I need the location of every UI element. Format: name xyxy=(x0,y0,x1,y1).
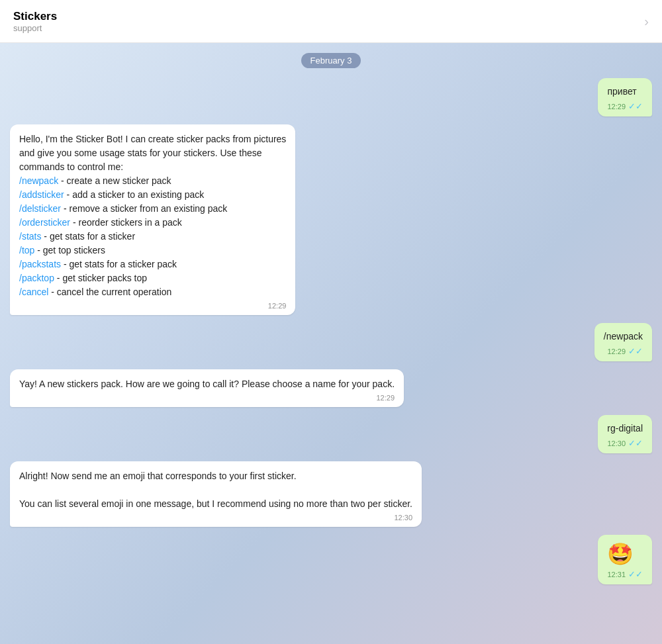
message-row: Yay! A new stickers pack. How are we goi… xyxy=(10,369,652,407)
message-text: привет xyxy=(607,85,643,99)
message-text: Yay! A new stickers pack. How are we goi… xyxy=(19,377,395,391)
message-time: 12:30 xyxy=(19,514,412,522)
message-time: 12:30 xyxy=(607,439,626,447)
cmd-link-cancel[interactable]: /cancel xyxy=(19,287,48,297)
incoming-bubble: Yay! A new stickers pack. How are we goi… xyxy=(10,369,404,407)
chevron-right-icon[interactable]: › xyxy=(644,14,649,29)
message-text: /newpack xyxy=(604,330,643,344)
message-row: Alright! Now send me an emoji that corre… xyxy=(10,461,652,527)
emoji-content: 🤩 xyxy=(607,541,643,567)
outgoing-emoji-bubble: 🤩 12:31 ✓✓ xyxy=(598,535,652,584)
cmd-link-packtop[interactable]: /packtop xyxy=(19,273,54,283)
message-time: 12:29 xyxy=(19,394,395,402)
message-time: 12:29 xyxy=(607,103,626,111)
outgoing-bubble: привет 12:29 ✓✓ xyxy=(598,78,652,116)
bubble-meta: 12:31 ✓✓ xyxy=(607,569,643,579)
message-time: 12:29 xyxy=(607,347,626,355)
cmd-link-ordersticker[interactable]: /ordersticker xyxy=(19,217,70,228)
cmd-link-packstats[interactable]: /packstats xyxy=(19,259,61,269)
message-text: Alright! Now send me an emoji that corre… xyxy=(19,469,412,511)
chat-subtitle: support xyxy=(13,23,57,33)
message-row: /newpack 12:29 ✓✓ xyxy=(10,323,652,361)
message-time: 12:29 xyxy=(19,302,286,310)
cmd-link-delsticker[interactable]: /delsticker xyxy=(19,203,61,214)
header-info: Stickers support xyxy=(13,10,57,33)
bubble-meta: 12:29 ✓✓ xyxy=(604,346,643,356)
message-time: 12:31 xyxy=(607,571,626,578)
outgoing-bubble: /newpack 12:29 ✓✓ xyxy=(594,323,652,361)
bubble-meta: 12:29 ✓✓ xyxy=(607,101,643,111)
chat-header: Stickers support › xyxy=(0,0,662,43)
incoming-bubble: Hello, I'm the Sticker Bot! I can create… xyxy=(10,124,295,315)
message-row: привет 12:29 ✓✓ xyxy=(10,78,652,116)
read-receipt-icon: ✓✓ xyxy=(628,569,643,579)
cmd-link-stats[interactable]: /stats xyxy=(19,231,41,242)
read-receipt-icon: ✓✓ xyxy=(628,346,643,356)
message-row: Hello, I'm the Sticker Bot! I can create… xyxy=(10,124,652,315)
outgoing-bubble: rg-digital 12:30 ✓✓ xyxy=(598,415,652,453)
chat-title: Stickers xyxy=(13,10,57,23)
message-text: Hello, I'm the Sticker Bot! I can create… xyxy=(19,132,286,299)
cmd-link-top[interactable]: /top xyxy=(19,245,34,255)
read-receipt-icon: ✓✓ xyxy=(628,101,643,111)
date-label: February 3 xyxy=(301,53,361,68)
cmd-link-addsticker[interactable]: /addsticker xyxy=(19,189,64,200)
chat-area: February 3 привет 12:29 ✓✓ Hello, I'm th… xyxy=(0,43,662,644)
read-receipt-icon: ✓✓ xyxy=(628,438,643,448)
date-separator: February 3 xyxy=(10,53,652,68)
incoming-bubble: Alright! Now send me an emoji that corre… xyxy=(10,461,422,527)
message-row: rg-digital 12:30 ✓✓ xyxy=(10,415,652,453)
message-text: rg-digital xyxy=(607,422,643,436)
cmd-link-newpack[interactable]: /newpack xyxy=(19,175,58,186)
message-row: 🤩 12:31 ✓✓ xyxy=(10,535,652,584)
bubble-meta: 12:30 ✓✓ xyxy=(607,438,643,448)
